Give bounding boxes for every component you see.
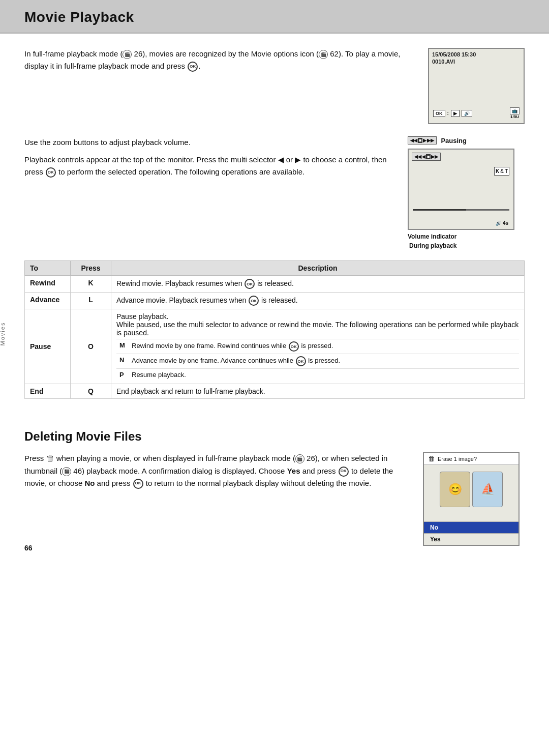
middle-section: Use the zoom buttons to adjust playback …	[24, 136, 525, 250]
page: Movie Playback In full-frame playback mo…	[0, 0, 549, 562]
sub-key-p: P	[116, 369, 129, 381]
top-section: In full-frame playback mode (🎬 26), movi…	[24, 48, 525, 124]
tv-icon: 📺	[510, 107, 520, 114]
pausing-label: Pausing	[441, 137, 467, 144]
colon-sep: :	[447, 110, 449, 116]
deleting-text: Press 🗑 when playing a movie, or when di…	[24, 452, 407, 546]
dialog-option-yes[interactable]: Yes	[424, 533, 518, 545]
paused-bar: ◀◀ ◀ ■ ▶▶	[412, 153, 441, 161]
col-press: Press	[71, 261, 111, 276]
row-rewind-desc: Rewind movie. Playback resumes when OK i…	[111, 276, 525, 293]
dialog-area: 🗑 Erase 1 image? 😊 ⛵ No Yes	[423, 452, 525, 546]
ctrl-t: T	[505, 168, 508, 174]
pb-rew1: ◀	[422, 154, 425, 159]
volume-progress	[413, 209, 466, 211]
ok-btn-icon: OK	[433, 110, 445, 117]
sub-key-n: N	[116, 354, 129, 369]
main-content: In full-frame playback mode (🎬 26), movi…	[0, 34, 549, 399]
dialog-option-no[interactable]: No	[424, 521, 518, 533]
volume-caption: Volume indicator During playback	[408, 232, 456, 250]
page-header: Movie Playback	[0, 0, 549, 34]
pb-ff: ▶▶	[431, 154, 438, 159]
sub-row-n: N Advance movie by one frame. Advance co…	[116, 354, 519, 369]
play-icon: ▶	[451, 110, 460, 117]
speaker-icon: 🔊	[462, 110, 472, 117]
row-end-to: End	[25, 384, 71, 399]
sub-desc-m: Rewind movie by one frame. Rewind contin…	[129, 339, 519, 354]
dialog-images: 😊 ⛵	[424, 465, 518, 513]
page-title: Movie Playback	[24, 9, 525, 25]
ok-icon-inline2: OK	[46, 167, 56, 178]
no-label: No	[84, 479, 95, 487]
during-playback-label: During playback	[408, 241, 456, 250]
tv-icon-area: 📺 1/5U	[510, 107, 520, 119]
dialog-boat-image: ⛵	[472, 472, 503, 507]
row-pause-desc: Pause playback.While paused, use the mul…	[111, 309, 525, 384]
dialog-top: 🗑 Erase 1 image?	[424, 453, 518, 465]
row-end-press: Q	[71, 384, 111, 399]
volume-indicator-label: Volume indicator	[408, 232, 456, 241]
row-pause-to: Pause	[25, 309, 71, 384]
row-rewind-to: Rewind	[25, 276, 71, 293]
ctrl-rewind-icon: ◀◀	[410, 138, 417, 143]
screen-info: 15/05/2008 15:30 0010.AVI	[429, 49, 524, 67]
mode-icon-26: 🎬	[123, 50, 132, 59]
dialog-options: No Yes	[424, 521, 518, 545]
ctrl-amp: &	[500, 168, 504, 174]
col-description: Description	[111, 261, 525, 276]
time-value: 4s	[503, 220, 508, 226]
sub-desc-p: Resume playback.	[129, 369, 519, 381]
dialog-trash-icon: 🗑	[428, 455, 435, 462]
sub-desc-n: Advance movie by one frame. Advance cont…	[129, 354, 519, 369]
table-section: To Press Description Rewind K Rewind mov…	[24, 260, 525, 399]
ctrl-play-icon: ▶	[423, 138, 426, 143]
page-number: 66	[24, 544, 33, 552]
trash-icon: 🗑	[46, 454, 54, 462]
paused-ctrl-bar: ◀◀ ◀ ■ ▶▶	[412, 153, 441, 161]
ok-icon-rewind: OK	[245, 279, 255, 289]
sub-row-m: M Rewind movie by one frame. Rewind cont…	[116, 339, 519, 354]
deleting-title: Deleting Movie Files	[24, 429, 525, 444]
pb-rw: ◀◀	[414, 154, 421, 159]
mode-icon-26b: 🎬	[295, 454, 304, 463]
row-end-desc: End playback and return to full-frame pl…	[111, 384, 525, 399]
ctrl-group: K & T	[494, 167, 509, 176]
table-row-end: End Q End playback and return to full-fr…	[25, 384, 525, 399]
volume-line	[413, 209, 509, 211]
pause-desc-main: Pause playback.While paused, use the mul…	[116, 312, 519, 337]
playback-controls-screen: ◀◀ ◀ ■ ▶▶ K & T	[408, 149, 514, 230]
table-row-advance: Advance L Advance movie. Playback resume…	[25, 293, 525, 309]
table-row-pause: Pause O Pause playback.While paused, use…	[25, 309, 525, 384]
intro-para1: In full-frame playback mode (🎬 26), movi…	[24, 48, 407, 72]
ctrl-k: K	[496, 168, 499, 174]
row-pause-press: O	[71, 309, 111, 384]
playback-diagram: ◀◀ ■ ▶ ▶▶ Pausing ◀◀ ◀	[408, 136, 525, 250]
zoom-para: Use the zoom buttons to adjust playback …	[24, 136, 391, 149]
screen-date: 15/05/2008 15:30	[432, 51, 521, 58]
pause-sub-table: M Rewind movie by one frame. Rewind cont…	[116, 339, 519, 381]
sub-row-p: P Resume playback.	[116, 369, 519, 381]
middle-text: Use the zoom buttons to adjust playback …	[24, 136, 391, 250]
tv-label: 1/5U	[510, 114, 519, 119]
dialog-mockup: 🗑 Erase 1 image? 😊 ⛵ No Yes	[423, 452, 520, 546]
ok-icon-delete: OK	[339, 467, 349, 477]
mode-icon-46: 🎬	[62, 467, 71, 476]
time-icon: 🔊	[496, 221, 501, 226]
mode-icon-62: 🎬	[319, 50, 328, 59]
side-label: Movies	[0, 322, 6, 346]
row-advance-desc: Advance movie. Playback resumes when OK …	[111, 293, 525, 309]
yes-label: Yes	[287, 467, 300, 475]
playback-diagram-area: ◀◀ ■ ▶ ▶▶ Pausing ◀◀ ◀	[408, 136, 525, 250]
screen-filename: 0010.AVI	[432, 58, 521, 65]
dialog-title: Erase 1 image?	[438, 456, 477, 462]
ok-icon-n: OK	[296, 356, 306, 366]
ok-icon-advance: OK	[249, 296, 259, 306]
ctrl-bar-pausing: ◀◀ ■ ▶ ▶▶	[408, 136, 437, 144]
ctrl-pause-icon: ■	[418, 138, 422, 143]
time-indicator: 🔊 4s	[496, 220, 508, 226]
right-ctrl-icons: K & T	[494, 167, 509, 176]
col-to: To	[25, 261, 71, 276]
bottom-content: Press 🗑 when playing a movie, or when di…	[24, 452, 525, 546]
pb-stop: ■	[426, 154, 431, 159]
camera-screen: 15/05/2008 15:30 0010.AVI OK : ▶ 🔊 📺 1/5…	[428, 48, 525, 124]
